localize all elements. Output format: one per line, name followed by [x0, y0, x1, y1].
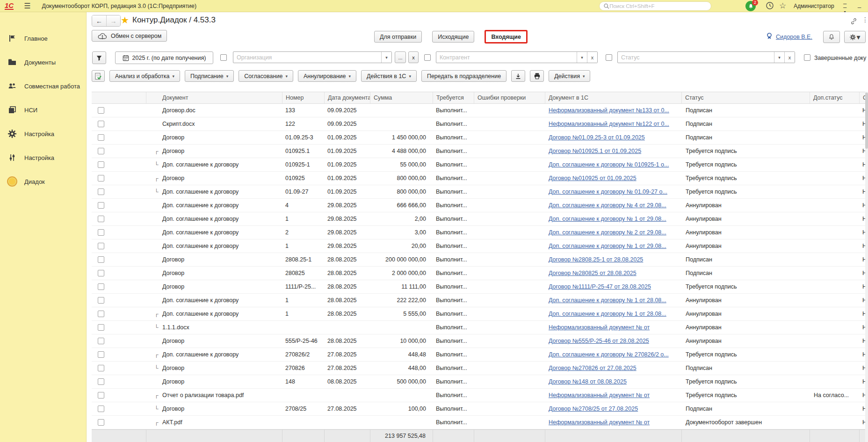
table-row[interactable]: ┌Доп. соглашение к договору 1 28.08.2025… [92, 307, 868, 321]
row-checkbox[interactable] [98, 406, 104, 412]
doc1c-link[interactable]: Договор №2808.25-1 от 28.08.2025 [549, 256, 643, 263]
filter-funnel-button[interactable] [92, 51, 106, 64]
sidebar-item-nsi[interactable]: НСИ [0, 101, 87, 119]
doc1c-link[interactable]: Договор №280825 от 28.08.2025 [549, 270, 637, 276]
row-checkbox[interactable] [98, 107, 104, 114]
row-checkbox[interactable] [98, 175, 104, 181]
status-dropdown-icon[interactable]: ▾ [774, 52, 784, 63]
row-checkbox[interactable] [98, 338, 104, 344]
doc1c-link[interactable]: Доп. соглашение к договору № 1 от 29.08.… [549, 243, 666, 249]
table-row[interactable]: Договор 1111/Р-25... 28.08.2025 11 111,0… [92, 280, 868, 294]
doc1c-link[interactable]: Доп. соглашение к договору № 4 от 29.08.… [549, 202, 666, 209]
doc1c-link[interactable]: Договор №270826 от 27.08.2025 [549, 365, 637, 371]
doc1c-link[interactable]: Договор №1111/Р-25-47 от 28.08.2025 [549, 283, 651, 290]
sidebar-item-sovmestnaya-rabota[interactable]: Совместная работа [0, 77, 87, 95]
doc1c-link[interactable]: Договор №2708/25 от 27.08.2025 [549, 406, 638, 412]
table-row[interactable]: ┌Договор 010925.1 01.09.2025 4 488 000,0… [92, 145, 868, 158]
table-row[interactable]: ┌АКТ.pdf Выполнит... Неформализованный д… [92, 416, 868, 429]
table-row[interactable]: Доп. соглашение к договору 4 29.08.2025 … [92, 199, 868, 212]
col-document[interactable]: Документ [146, 92, 282, 103]
org-dropdown-icon[interactable]: ▾ [381, 52, 391, 63]
table-row[interactable]: Скрипт.docx 122 09.09.2025 Выполнит... Н… [92, 117, 868, 131]
table-row[interactable]: Договор 280825 28.08.2025 2 000 000,00 В… [92, 267, 868, 280]
row-checkbox[interactable] [98, 311, 104, 317]
tab-iskhodyashchie[interactable]: Исходящие [432, 31, 474, 43]
row-checkbox[interactable] [98, 392, 104, 399]
doc1c-link[interactable]: Доп. соглашение к договору № 010925-1 о.… [549, 161, 669, 168]
doc1c-link[interactable]: Доп. соглашение к договору № 270826/2 о.… [549, 351, 669, 358]
table-row[interactable]: └Договор 2708/25 27.08.2025 100,00 Выпол… [92, 402, 868, 416]
checklist-button[interactable] [92, 70, 105, 82]
table-row[interactable]: Договор 555/Р-25-46 28.08.2025 10 000,00… [92, 334, 868, 348]
settings-gear-button[interactable]: ▾ [844, 31, 866, 43]
doc1c-link[interactable]: Договор №01.09.25-3 от 01.09.2025 [549, 134, 645, 141]
table-row[interactable]: ┌Договор 010925 01.09.2025 800 000,00 Вы… [92, 172, 868, 185]
table-row[interactable]: ┌Доп. соглашение к договору 270826/2 27.… [92, 348, 868, 362]
counterparty-filter-combo[interactable]: Контрагент ▾ x [436, 51, 598, 63]
doc1c-link[interactable]: Доп. соглашение к договору № 01.09-27 о.… [549, 188, 667, 195]
table-row[interactable]: Доп. соглашение к договору 1 28.08.2025 … [92, 294, 868, 307]
counterparty-dropdown-icon[interactable]: ▾ [577, 52, 587, 63]
signer-link[interactable]: Сидоров В.Е. [776, 34, 812, 40]
table-row[interactable]: Доп. соглашение к договору 2 29.08.2025 … [92, 226, 868, 239]
org-clear-button[interactable]: x [408, 51, 419, 63]
vertical-scrollbar[interactable] [865, 92, 868, 442]
doc1c-link[interactable]: Договор №010925 от 01.09.2025 [549, 175, 637, 181]
col-sum[interactable]: Сумма [370, 92, 433, 103]
doc1c-link[interactable]: Неформализованный документ № от [549, 419, 650, 426]
doc1c-link[interactable]: Доп. соглашение к договору № 1 от 29.08.… [549, 216, 666, 222]
print-button[interactable] [530, 70, 544, 82]
col-errors[interactable]: Ошибки проверки [474, 92, 545, 103]
table-row[interactable]: Доп. соглашение к договору 1 29.08.2025 … [92, 239, 868, 253]
forward-button[interactable]: → [106, 15, 120, 26]
status-filter-checkbox[interactable] [606, 54, 612, 61]
titlebar-user[interactable]: Администратор [794, 3, 834, 9]
table-row[interactable]: └Доп. соглашение к договору 010925-1 01.… [92, 158, 868, 172]
col-doc1c[interactable]: Документ в 1С [545, 92, 682, 103]
completed-docs-checkbox[interactable] [804, 54, 810, 61]
table-row[interactable]: Договор 148 08.08.2025 500 000,00 Выполн… [92, 375, 868, 389]
download-button[interactable] [511, 70, 525, 82]
doc1c-link[interactable]: Доп. соглашение к договору № 1 от 28.08.… [549, 311, 666, 317]
table-row[interactable]: Договор 2808.25-1 28.08.2025 200 000 000… [92, 253, 868, 267]
col-date[interactable]: Дата документа [325, 92, 370, 103]
transfer-button[interactable]: Передать в подразделение [421, 70, 506, 82]
doc1c-link[interactable]: Неформализованный документ № от [549, 324, 650, 331]
table-row[interactable]: └Договор 270826 27.08.2025 448,00 Выполн… [92, 362, 868, 375]
row-checkbox[interactable] [98, 256, 104, 263]
sidebar-item-glavnoe[interactable]: Главное [0, 29, 87, 48]
row-checkbox[interactable] [98, 365, 104, 371]
tab-vkhodyashchie[interactable]: Входящие [485, 30, 527, 43]
page-favorite-star-icon[interactable]: ★ [121, 14, 129, 26]
col-dopstatus[interactable]: Доп.статус [810, 92, 860, 103]
doc1c-link[interactable]: Договор №148 от 08.08.2025 [549, 378, 627, 385]
server-sync-button[interactable]: Обмен с сервером [92, 30, 167, 42]
sidebar-item-nastroyka-2[interactable]: Настройка [0, 148, 87, 167]
scrollbar-thumb[interactable] [865, 93, 868, 149]
row-checkbox[interactable] [98, 297, 104, 304]
doc1c-link[interactable]: Неформализованный документ №133 от 0... [549, 107, 669, 114]
table-row[interactable]: └Доп. соглашение к договору 01.09-27 01.… [92, 185, 868, 199]
back-button[interactable]: ← [92, 15, 106, 26]
actions-menu-button[interactable]: Действия▾ [549, 70, 590, 82]
counterparty-filter-checkbox[interactable] [424, 54, 431, 61]
row-checkbox[interactable] [98, 419, 104, 426]
sidebar-item-diadok[interactable]: Диадок [0, 172, 87, 191]
history-icon[interactable] [766, 1, 774, 11]
search-input[interactable] [609, 3, 707, 9]
table-row[interactable]: └1.1.1.docx Выполнит... Неформализованны… [92, 321, 868, 334]
counterparty-clear-icon[interactable]: x [587, 52, 597, 63]
doc1c-link[interactable]: Неформализованный документ №122 от 0... [549, 121, 669, 127]
tab-dlya-otpravki[interactable]: Для отправки [374, 31, 422, 43]
row-checkbox[interactable] [98, 283, 104, 290]
row-checkbox[interactable] [98, 351, 104, 358]
doc1c-link[interactable]: Доп. соглашение к договору № 2 от 29.08.… [549, 229, 666, 236]
table-row[interactable]: ┌Отчет о рализации товара.pdf Выполнит..… [92, 389, 868, 402]
row-checkbox[interactable] [98, 202, 104, 209]
org-filter-checkbox[interactable] [220, 54, 227, 61]
toolbar-menu-button[interactable]: Подписание▾ [185, 70, 234, 82]
toolbar-menu-button[interactable]: Действия в 1С▾ [361, 70, 417, 82]
row-checkbox[interactable] [98, 243, 104, 249]
toolbar-menu-button[interactable]: Согласование▾ [239, 70, 293, 82]
row-checkbox[interactable] [98, 188, 104, 195]
